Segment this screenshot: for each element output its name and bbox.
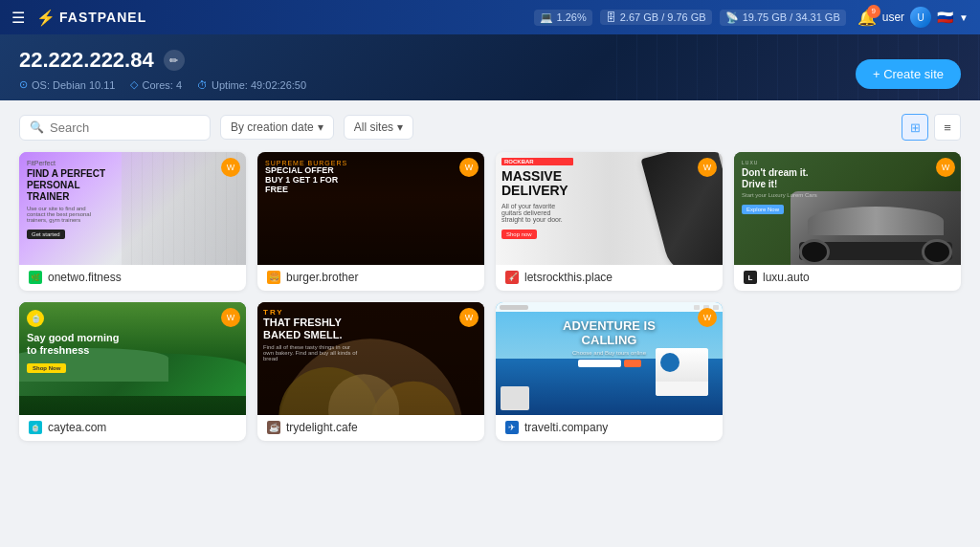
disk-value: 2.67 GB / 9.76 GB xyxy=(620,11,706,23)
filter-sites-button[interactable]: All sites ▾ xyxy=(344,115,413,140)
os-dot-icon: ⊙ xyxy=(19,78,28,91)
card-footer: ✈ travelti.company xyxy=(496,415,723,441)
card-footer: 🌿 onetwo.fitness xyxy=(19,265,246,291)
card-footer: 🍵 caytea.com xyxy=(19,415,246,441)
flag-icon: 🇷🇺 xyxy=(937,10,953,25)
wordpress-badge: W xyxy=(936,158,955,177)
site-card-burger[interactable]: SUPREME BURGERS SPECIAL OFFERBUY 1 GET 1… xyxy=(257,152,484,291)
site-favicon: ☕ xyxy=(267,421,280,434)
uptime-icon: ⏱ xyxy=(197,79,208,91)
site-name: onetwo.fitness xyxy=(48,271,122,284)
card-footer: L luxu.auto xyxy=(734,265,961,291)
card-footer: 🎸 letsrockthis.place xyxy=(496,265,723,291)
cpu-value: 1.26% xyxy=(557,11,587,23)
site-name: travelti.company xyxy=(524,421,608,434)
search-box: 🔍 xyxy=(19,115,211,141)
search-input[interactable] xyxy=(50,120,193,135)
site-favicon: 🌿 xyxy=(29,271,42,284)
username-label: user xyxy=(882,11,904,24)
card-thumbnail: 🍵 Say good morningto freshness Shop Now … xyxy=(19,302,246,415)
card-thumbnail: FitPerfect FIND A PERFECTPERSONALTRAINER… xyxy=(19,152,246,265)
disk-icon: 🗄 xyxy=(606,11,616,23)
main-content: 🔍 By creation date ▾ All sites ▾ ⊞ ≡ xyxy=(0,100,980,454)
card-footer: 🍔 burger.brother xyxy=(257,265,484,291)
site-name: letsrockthis.place xyxy=(524,271,612,284)
create-site-button[interactable]: + Create site xyxy=(856,59,961,89)
wordpress-badge: W xyxy=(221,158,240,177)
logo: ⚡ FASTPANEL xyxy=(36,9,146,27)
card-thumbnail: ADVENTURE ISCALLING Choose and Buy tours… xyxy=(496,302,723,415)
os-info: ⊙ OS: Debian 10.11 xyxy=(19,78,115,91)
grid-view-button[interactable]: ⊞ xyxy=(902,114,928,141)
uptime-label: Uptime: 49:02:26:50 xyxy=(212,79,306,91)
sites-grid: FitPerfect FIND A PERFECTPERSONALTRAINER… xyxy=(19,152,961,441)
site-favicon: L xyxy=(744,271,757,284)
network-icon: 📡 xyxy=(725,11,739,24)
card-thumbnail: TRY THAT FRESHLYBAKED SMELL. Find all of… xyxy=(257,302,484,415)
site-favicon: 🎸 xyxy=(505,271,519,284)
site-card-trydelight[interactable]: TRY THAT FRESHLYBAKED SMELL. Find all of… xyxy=(257,302,484,441)
disk-stat: 🗄 2.67 GB / 9.76 GB xyxy=(600,10,712,25)
chevron-down-icon: ▾ xyxy=(397,120,403,134)
view-toggle: ⊞ ≡ xyxy=(902,114,961,141)
bell-badge: 9 xyxy=(867,5,880,18)
site-card-onetwo[interactable]: FitPerfect FIND A PERFECTPERSONALTRAINER… xyxy=(19,152,246,291)
site-favicon: ✈ xyxy=(505,421,519,434)
wordpress-badge: W xyxy=(221,308,240,327)
top-navigation: ☰ ⚡ FASTPANEL 💻 1.26% 🗄 2.67 GB / 9.76 G… xyxy=(0,0,980,34)
server-ip: 22.222.222.84 xyxy=(19,48,154,73)
search-icon: 🔍 xyxy=(30,120,44,134)
wordpress-badge: W xyxy=(459,308,479,327)
site-card-guitar[interactable]: ROCKBAR MASSIVEDELIVERY All of your favo… xyxy=(496,152,723,291)
cpu-stat: 💻 1.26% xyxy=(534,10,592,26)
site-name: luxu.auto xyxy=(763,271,810,284)
network-stat: 📡 19.75 GB / 34.31 GB xyxy=(720,10,846,26)
os-label: OS: Debian 10.11 xyxy=(32,79,115,91)
cpu-icon: 💻 xyxy=(540,11,553,24)
filter-row: 🔍 By creation date ▾ All sites ▾ ⊞ ≡ xyxy=(19,114,961,141)
nav-stats: 💻 1.26% 🗄 2.67 GB / 9.76 GB 📡 19.75 GB /… xyxy=(534,10,846,26)
edit-ip-button[interactable]: ✏ xyxy=(164,50,185,71)
filter-sites-label: All sites xyxy=(354,120,393,134)
cores-icon: ◇ xyxy=(130,78,138,91)
card-thumbnail: LUXU Don't dream it.Drive it! Start your… xyxy=(734,152,961,265)
wordpress-badge: W xyxy=(698,158,717,177)
nav-user-area: 🔔 9 user U 🇷🇺 ▼ xyxy=(858,7,969,28)
avatar[interactable]: U xyxy=(910,7,931,28)
chevron-down-icon: ▼ xyxy=(959,12,969,23)
cores-info: ◇ Cores: 4 xyxy=(130,78,182,91)
site-card-travelti[interactable]: ADVENTURE ISCALLING Choose and Buy tours… xyxy=(496,302,723,441)
site-name: trydelight.cafe xyxy=(286,421,358,434)
card-thumbnail: ROCKBAR MASSIVEDELIVERY All of your favo… xyxy=(496,152,723,265)
site-card-caytea[interactable]: 🍵 Say good morningto freshness Shop Now … xyxy=(19,302,246,441)
list-view-button[interactable]: ≡ xyxy=(934,114,961,141)
site-card-luxu[interactable]: LUXU Don't dream it.Drive it! Start your… xyxy=(734,152,961,291)
chevron-down-icon: ▾ xyxy=(318,120,323,134)
wordpress-badge: W xyxy=(459,158,479,177)
card-thumbnail: SUPREME BURGERS SPECIAL OFFERBUY 1 GET 1… xyxy=(257,152,484,265)
site-favicon: 🍵 xyxy=(29,421,42,434)
card-footer: ☕ trydelight.cafe xyxy=(257,415,484,441)
cores-label: Cores: 4 xyxy=(142,79,182,91)
logo-text: FASTPANEL xyxy=(59,10,146,25)
uptime-info: ⏱ Uptime: 49:02:26:50 xyxy=(197,79,306,91)
site-name: burger.brother xyxy=(286,271,358,284)
menu-icon[interactable]: ☰ xyxy=(11,9,25,27)
bell-button[interactable]: 🔔 9 xyxy=(858,9,877,27)
server-header: 22.222.222.84 ✏ ⊙ OS: Debian 10.11 ◇ Cor… xyxy=(0,34,980,100)
filter-date-label: By creation date xyxy=(231,120,314,134)
site-name: caytea.com xyxy=(48,421,106,434)
network-value: 19.75 GB / 34.31 GB xyxy=(743,11,840,23)
filter-date-button[interactable]: By creation date ▾ xyxy=(220,115,334,140)
site-favicon: 🍔 xyxy=(267,271,280,284)
